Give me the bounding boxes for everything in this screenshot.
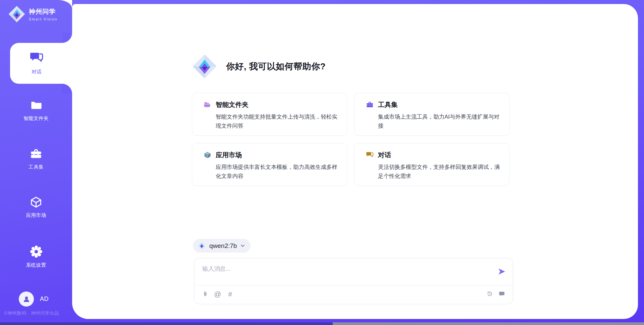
model-name: qwen2:7b — [209, 242, 237, 250]
paperclip-icon — [202, 290, 209, 297]
panel-top-flare — [58, 0, 72, 9]
model-selector[interactable]: qwen2:7b — [193, 239, 251, 253]
briefcase-icon — [30, 148, 42, 160]
folder-open-icon — [204, 101, 211, 109]
attach-file-button[interactable] — [202, 290, 209, 298]
card-description: 灵活切换多模型文件，支持多样回复效果调试，满足个性化需求 — [366, 162, 501, 180]
message-input[interactable] — [202, 264, 483, 274]
main-panel: 你好, 我可以如何帮助你? 智能文件夹 智能文件夹功能支持批量文件上传与清洗，轻… — [72, 4, 638, 319]
feature-cards: 智能文件夹 智能文件夹功能支持批量文件上传与清洗，轻松实现文件问答 工具集 集成… — [192, 93, 509, 186]
brand-subtitle: Smart Vision — [29, 17, 58, 21]
card-description: 智能文件夹功能支持批量文件上传与清洗，轻松实现文件问答 — [204, 112, 339, 130]
chat-icon — [366, 151, 374, 159]
card-description: 应用市场提供丰富长文本模板，助力高效生成多样化文章内容 — [204, 162, 339, 180]
sidebar-item-smart-folder[interactable]: 智能文件夹 — [0, 99, 72, 122]
card-smart-folder[interactable]: 智能文件夹 智能文件夹功能支持批量文件上传与清洗，轻松实现文件问答 — [192, 93, 347, 136]
diamond-logo-icon — [192, 54, 217, 79]
diamond-logo-icon — [8, 5, 25, 23]
card-title: 工具集 — [378, 100, 398, 109]
sidebar-item-label: 对话 — [10, 69, 63, 75]
greeting-text: 你好, 我可以如何帮助你? — [226, 61, 326, 72]
active-tab-fillet-top — [62, 33, 72, 43]
cube-grid-icon — [204, 151, 211, 159]
sidebar-item-label: 智能文件夹 — [0, 115, 72, 122]
card-app-market[interactable]: 应用市场 应用市场提供丰富长文本模板，助力高效生成多样化文章内容 — [192, 143, 347, 186]
user-name: AD — [40, 296, 49, 303]
horizontal-scrollbar[interactable] — [0, 322, 644, 325]
history-button[interactable] — [486, 290, 493, 298]
composer-tools-right — [486, 290, 505, 298]
sidebar-item-label: 应用市场 — [0, 212, 72, 218]
chevron-down-icon — [240, 243, 245, 248]
hash-icon: # — [228, 290, 232, 298]
comment-icon — [498, 290, 505, 297]
composer-divider — [194, 285, 513, 285]
history-icon — [486, 290, 493, 297]
card-title: 智能文件夹 — [216, 100, 249, 109]
topic-button[interactable]: # — [226, 290, 234, 298]
sidebar-item-settings[interactable]: 系统设置 — [0, 245, 72, 268]
sidebar-item-app-market[interactable]: 应用市场 — [0, 196, 72, 218]
send-button[interactable] — [497, 267, 506, 276]
card-description: 集成市场上主流工具，助力AI与外界无缝扩展与对接 — [366, 112, 501, 130]
briefcase-icon — [366, 101, 374, 109]
card-title: 对话 — [378, 150, 391, 159]
composer: @ # — [194, 258, 513, 304]
diamond-logo-icon — [198, 242, 206, 250]
brand: 神州问学 Smart Vision — [8, 5, 58, 23]
copyright-footer: ©神州数码 · 神州问学出品 — [4, 310, 59, 316]
user-account[interactable]: AD — [19, 291, 49, 307]
scrollbar-thumb[interactable] — [0, 322, 333, 325]
at-icon: @ — [214, 290, 221, 298]
greeting-row: 你好, 我可以如何帮助你? — [192, 54, 326, 79]
mention-button[interactable]: @ — [214, 290, 221, 298]
sidebar-item-chat[interactable]: 对话 — [10, 43, 72, 84]
card-chat[interactable]: 对话 灵活切换多模型文件，支持多样回复效果调试，满足个性化需求 — [354, 143, 509, 186]
composer-tools-left: @ # — [202, 290, 234, 298]
brand-name: 神州问学 — [29, 7, 58, 16]
sidebar-item-label: 系统设置 — [0, 262, 72, 268]
send-icon — [497, 267, 506, 276]
avatar — [19, 291, 34, 307]
folder-icon — [30, 99, 42, 112]
sidebar-item-toolset[interactable]: 工具集 — [0, 148, 72, 170]
person-icon — [22, 295, 31, 304]
app-root: 神州问学 Smart Vision 对话 智能文件夹 工具集 — [0, 0, 644, 325]
new-chat-button[interactable] — [498, 290, 505, 298]
card-toolset[interactable]: 工具集 集成市场上主流工具，助力AI与外界无缝扩展与对接 — [354, 93, 509, 136]
chat-icon — [30, 51, 44, 65]
card-title: 应用市场 — [216, 150, 242, 159]
active-tab-fillet-bottom — [62, 84, 72, 94]
gear-icon — [30, 245, 43, 258]
cube-icon — [30, 196, 42, 208]
sidebar-item-label: 工具集 — [0, 164, 72, 170]
